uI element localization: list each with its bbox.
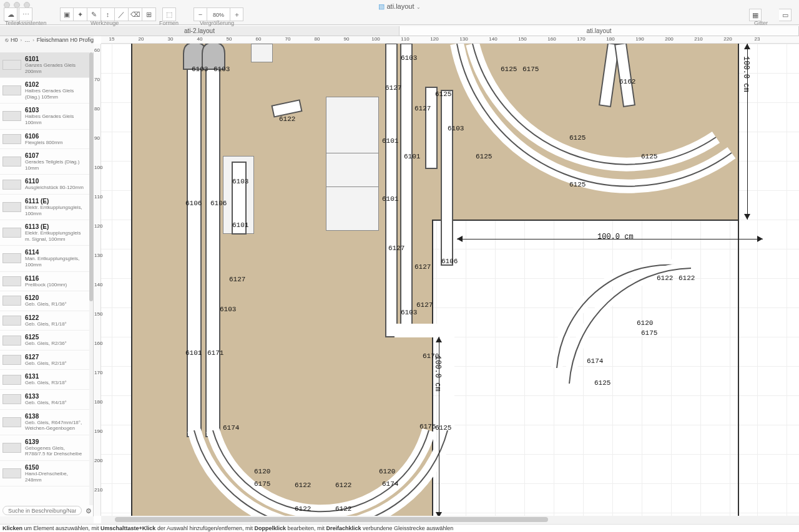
cursor-tool[interactable]: ▣ <box>60 7 74 21</box>
part-item-6110[interactable]: 6110Ausgleichstück 80-120mm <box>0 175 89 195</box>
chevron-down-icon: ⌄ <box>416 4 421 10</box>
part-item-6133[interactable]: 6133Geb. Gleis, R4/18° <box>0 390 89 410</box>
track-label: 6120 <box>254 468 270 475</box>
part-desc: Flexgleis 800mm <box>25 140 86 146</box>
track-label: 6174 <box>382 480 398 488</box>
zoom-in-button[interactable]: ＋ <box>230 7 243 21</box>
part-desc: Ganzes Gerades Gleis 200mm <box>25 62 86 74</box>
part-item-6139[interactable]: 6139Gebogenes Gleis, R788/7.5 für Drehsc… <box>0 435 89 461</box>
svg-rect-6 <box>441 90 453 265</box>
svg-rect-9 <box>272 100 302 117</box>
track-label: 6122 <box>295 505 311 513</box>
tool-4[interactable]: ↕ <box>101 7 115 21</box>
ruler-h-tick: 190 <box>635 36 644 42</box>
parts-sidebar: 6101Ganzes Gerades Gleis 200mm6102Halbes… <box>0 52 94 516</box>
part-item-6138[interactable]: 6138Geb. Gleis, R647mm/18°, Weichen-Gege… <box>0 410 89 435</box>
part-thumb <box>2 375 21 385</box>
tool-7[interactable]: ⊞ <box>142 7 156 21</box>
track-label: 6103 <box>220 306 236 313</box>
part-number: 6150 <box>25 464 86 471</box>
ruler-h-tick: 23 <box>755 36 760 42</box>
inspector-button[interactable]: ▭ <box>779 9 792 21</box>
track-label: 6101 <box>382 137 398 145</box>
track-label: 6127 <box>414 105 431 112</box>
part-item-6150[interactable]: 6150Hand-Drehscheibe, 248mm <box>0 461 89 486</box>
crumb-2[interactable]: Fleischmann H0 Profigleis <box>37 37 102 43</box>
search-input[interactable] <box>2 506 82 515</box>
zoom-value[interactable]: 80% <box>207 7 230 21</box>
sidebar-scrollbar[interactable] <box>89 52 93 505</box>
track-label: 6103 <box>401 54 417 62</box>
canvas-h-scrollbar[interactable] <box>101 516 799 523</box>
track-label: 6174 <box>223 424 239 432</box>
track-label: 6125 <box>435 90 451 98</box>
track-label: 6125 <box>569 181 586 188</box>
svg-rect-5 <box>426 87 437 168</box>
part-item-6120[interactable]: 6120Geb. Gleis, R1/36° <box>0 291 89 311</box>
part-desc: Ausgleichstück 80-120mm <box>25 185 86 191</box>
share-cloud-button[interactable]: ☁ <box>4 7 17 21</box>
part-item-6111 (E)[interactable]: 6111 (E)Elektr. Entkupplungsgleis, 100mm <box>0 195 89 220</box>
part-thumb <box>2 85 21 95</box>
crumb-1[interactable]: … <box>24 37 30 43</box>
ruler-v-tick: 90 <box>94 135 100 141</box>
dim-h-label: 100.0 cm <box>597 233 634 241</box>
zoom-out-button[interactable]: − <box>194 7 207 21</box>
track-label: 6125 <box>476 153 492 160</box>
part-thumb <box>2 202 21 212</box>
dim-v-right-label: 100.0 cm <box>742 56 750 92</box>
tab-1[interactable]: ati.layout <box>400 26 799 36</box>
grid-button[interactable]: ▦ <box>749 9 762 21</box>
part-item-6107[interactable]: 6107Gerades Teilgleis (Diag.) 10mm <box>0 149 89 175</box>
part-thumb <box>2 336 21 346</box>
part-number: 6113 (E) <box>25 223 86 230</box>
canvas-stage[interactable]: 100.0 cm 100.0 cm 6103610361036127612561… <box>101 44 799 516</box>
part-thumb <box>2 316 21 326</box>
ruler-h-tick: 100 <box>371 36 380 42</box>
part-number: 6122 <box>25 314 86 321</box>
track-label: 6175 <box>419 423 436 430</box>
part-desc: Geb. Gleis, R647mm/18°, Weichen-Gegenbog… <box>25 420 86 432</box>
status-bar: Klicken um Element auszuwählen, mit Umsc… <box>0 524 799 532</box>
track-label: 6103 <box>401 309 417 316</box>
part-item-6131[interactable]: 6131Geb. Gleis, R3/18° <box>0 370 89 390</box>
track-label: 6125 <box>594 379 610 387</box>
tool-3[interactable]: ✎ <box>87 7 101 21</box>
tool-2[interactable]: ✦ <box>74 7 87 21</box>
part-number: 6127 <box>25 354 86 360</box>
canvas-area: 1520304050607080901001101201301401501601… <box>94 36 799 523</box>
label-gitter: Gitter <box>754 20 768 26</box>
doc-name: ati.layout <box>386 2 414 10</box>
part-item-6102[interactable]: 6102Halbes Gerades Gleis (Diag.) 105mm <box>0 78 89 104</box>
track-label: 6101 <box>232 221 248 229</box>
layout-board[interactable]: 100.0 cm 100.0 cm 6103610361036127612561… <box>132 44 738 516</box>
tool-6[interactable]: ⌫ <box>129 7 142 21</box>
part-item-6125[interactable]: 6125Geb. Gleis, R2/36° <box>0 331 89 351</box>
part-thumb <box>2 180 21 190</box>
tool-5[interactable]: ／ <box>115 7 129 21</box>
part-item-6103[interactable]: 6103Halbes Gerades Gleis 100mm <box>0 104 89 129</box>
part-number: 6131 <box>25 373 86 380</box>
part-item-6127[interactable]: 6127Geb. Gleis, R2/18° <box>0 351 89 370</box>
track-label: 6175 <box>522 65 539 73</box>
assistants-button[interactable]: ⋯ <box>19 7 32 21</box>
label-werkz: Werkzeuge <box>91 20 119 26</box>
track-label: 6162 <box>619 78 635 85</box>
part-item-6101[interactable]: 6101Ganzes Gerades Gleis 200mm <box>0 52 89 78</box>
part-item-6122[interactable]: 6122Geb. Gleis, R1/18° <box>0 311 89 331</box>
part-number: 6133 <box>25 393 86 400</box>
part-item-6113 (E)[interactable]: 6113 (E)Elektr. Entkupplungsgleis m. Sig… <box>0 220 89 246</box>
part-item-6106[interactable]: 6106Flexgleis 800mm <box>0 130 89 150</box>
part-number: 6106 <box>25 133 86 140</box>
part-item-6116[interactable]: 6116Prellbock (100mm) <box>0 272 89 292</box>
shapes-button[interactable]: ⬚ <box>162 7 176 21</box>
track-label: 6106 <box>210 200 227 207</box>
part-desc: Prellbock (100mm) <box>25 282 86 288</box>
part-number: 6110 <box>25 178 86 185</box>
gear-icon[interactable]: ⚙ <box>86 507 92 515</box>
part-number: 6116 <box>25 275 86 282</box>
crumb-0[interactable]: H0 <box>11 37 18 43</box>
part-number: 6120 <box>25 294 86 301</box>
tab-0[interactable]: ati-2.layout <box>0 26 400 36</box>
part-item-6114[interactable]: 6114Man. Entkupplungsgleis, 100mm <box>0 246 89 271</box>
